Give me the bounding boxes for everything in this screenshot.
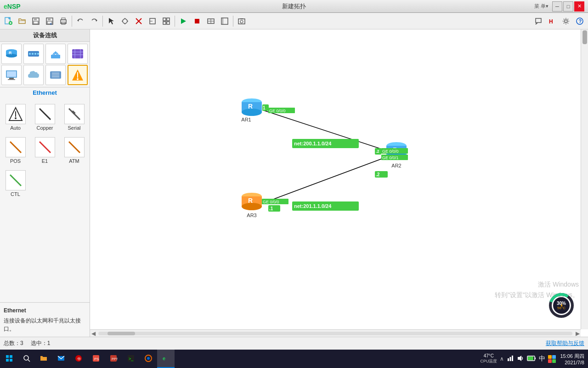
device-router[interactable]: R xyxy=(1,44,22,64)
statusbar: 总数：3 选中：1 获取帮助与反馈 xyxy=(0,337,588,350)
search-button[interactable] xyxy=(18,350,35,368)
print-button[interactable] xyxy=(57,15,70,28)
svg-point-49 xyxy=(32,53,34,55)
svg-point-101 xyxy=(24,356,28,360)
vertical-scrollbar[interactable] xyxy=(581,29,588,329)
redo-button[interactable] xyxy=(88,15,101,28)
screenshot-button[interactable] xyxy=(235,15,248,28)
svg-rect-11 xyxy=(48,18,51,20)
cable-serial[interactable]: Serial xyxy=(61,102,88,133)
node-ar1[interactable]: R xyxy=(242,98,262,116)
tray-network[interactable] xyxy=(507,355,514,363)
svg-marker-18 xyxy=(96,19,97,22)
taskbar-browser[interactable] xyxy=(140,350,157,368)
device-firewall[interactable] xyxy=(68,44,88,64)
scroll-thumb-horizontal[interactable] xyxy=(107,332,135,335)
cable-pos[interactable]: POS xyxy=(2,135,29,166)
capture-button[interactable] xyxy=(204,15,217,28)
auto-cable-label: Auto xyxy=(10,125,21,131)
svg-point-37 xyxy=(240,20,243,23)
taskbar-clock[interactable]: 15:06 周四 2021/7/8 xyxy=(560,353,584,365)
start-button[interactable] xyxy=(0,350,18,368)
device-cable[interactable] xyxy=(68,65,88,85)
taskbar-terminal[interactable]: >_ xyxy=(122,350,140,368)
device-switch2[interactable] xyxy=(45,65,66,85)
scroll-thumb-vertical[interactable] xyxy=(582,30,587,44)
cable-e1[interactable]: E1 xyxy=(31,135,59,166)
zoom-fit-button[interactable] xyxy=(146,15,159,28)
tray-volume[interactable] xyxy=(517,355,524,363)
taskbar-app3[interactable]: PPT xyxy=(105,350,122,368)
svg-rect-97 xyxy=(6,355,9,358)
scroll-left-arrow[interactable]: ◀ xyxy=(90,330,96,337)
save-button[interactable] xyxy=(29,15,42,28)
move-button[interactable] xyxy=(119,15,131,28)
scroll-right-arrow[interactable]: ▶ xyxy=(574,330,581,337)
pos-cable-label: POS xyxy=(10,158,21,164)
cable-ctl[interactable]: CTL xyxy=(2,168,29,199)
topo-view-button[interactable] xyxy=(218,15,231,28)
taskbar-explorer[interactable] xyxy=(35,350,52,368)
node-ar3[interactable]: R xyxy=(242,193,262,210)
topology-canvas[interactable]: R AR1 R AR2 R AR3 1 GE 0/0/ xyxy=(90,29,588,337)
svg-line-74 xyxy=(40,109,51,120)
auto-cable-icon xyxy=(6,104,26,124)
ar3-dot1-label: .1 xyxy=(269,206,273,211)
start-all-button[interactable] xyxy=(177,15,190,28)
svg-text:s: s xyxy=(50,22,52,25)
app-logo: eNSP xyxy=(4,3,21,10)
minimize-button[interactable]: ─ xyxy=(552,1,562,12)
cable-copper[interactable]: Copper xyxy=(31,102,59,133)
tray-chevron[interactable]: ∧ xyxy=(500,356,504,362)
svg-point-70 xyxy=(77,78,79,80)
svg-rect-27 xyxy=(163,22,166,24)
device-cloud[interactable] xyxy=(23,65,44,85)
titlebar-left: eNSP xyxy=(4,3,21,10)
select-button[interactable] xyxy=(105,15,118,28)
svg-marker-19 xyxy=(109,18,114,24)
huawei-button[interactable]: H xyxy=(546,15,559,28)
svg-rect-52 xyxy=(51,55,60,58)
net1-label: net:200.1.1.0/24 xyxy=(294,141,332,146)
device-pc[interactable] xyxy=(1,65,22,85)
device-wireless[interactable] xyxy=(45,44,66,64)
svg-rect-55 xyxy=(72,49,83,58)
chat-button[interactable] xyxy=(532,15,545,28)
new-button[interactable] xyxy=(2,15,15,28)
tray-more-icons[interactable] xyxy=(548,355,557,363)
taskbar-app1[interactable]: 华 xyxy=(70,350,87,368)
ar1-ge-label: GE 0/0/0 xyxy=(269,109,286,113)
restore-button[interactable]: □ xyxy=(563,1,573,12)
tray-ime[interactable]: 中 xyxy=(539,355,545,363)
settings-button[interactable] xyxy=(560,15,572,28)
horizontal-scrollbar[interactable]: ◀ ▶ xyxy=(90,329,581,337)
temp-label: CPU温度 xyxy=(480,358,497,364)
svg-marker-118 xyxy=(518,356,521,361)
stop-all-button[interactable] xyxy=(191,15,204,28)
taskbar-app2[interactable]: PS xyxy=(87,350,105,368)
cable-auto[interactable]: Auto xyxy=(2,102,29,133)
svg-point-54 xyxy=(55,52,56,53)
tray-battery[interactable] xyxy=(527,355,536,363)
taskbar-right: 47°C CPU温度 ∧ 中 15:06 周四 2021/7/8 xyxy=(476,353,588,365)
close-button[interactable]: ✕ xyxy=(574,1,584,12)
delete-button[interactable] xyxy=(132,15,145,28)
taskbar-ensp[interactable]: e xyxy=(157,350,175,368)
help-button[interactable]: ? xyxy=(573,15,586,28)
cpu-percent-value: 30% xyxy=(557,301,566,306)
cable-atm[interactable]: ATM xyxy=(61,135,88,166)
group-button[interactable] xyxy=(160,15,173,28)
device-switch[interactable] xyxy=(23,44,44,64)
help-link[interactable]: 获取帮助与反馈 xyxy=(546,339,584,347)
main-layout: 设备连线 R xyxy=(0,29,588,337)
cpu-temp-value: 56°C xyxy=(557,306,566,310)
svg-text:R: R xyxy=(9,51,12,55)
taskbar-mail[interactable] xyxy=(52,350,70,368)
svg-rect-63 xyxy=(8,79,15,80)
svg-rect-117 xyxy=(512,356,513,361)
svg-rect-115 xyxy=(508,358,509,361)
undo-button[interactable] xyxy=(74,15,87,28)
saveas-button[interactable]: s xyxy=(43,15,56,28)
open-button[interactable] xyxy=(16,15,28,28)
sidebar-desc-text: 连接设备的以太网和千兆以太接口。 xyxy=(4,316,86,333)
